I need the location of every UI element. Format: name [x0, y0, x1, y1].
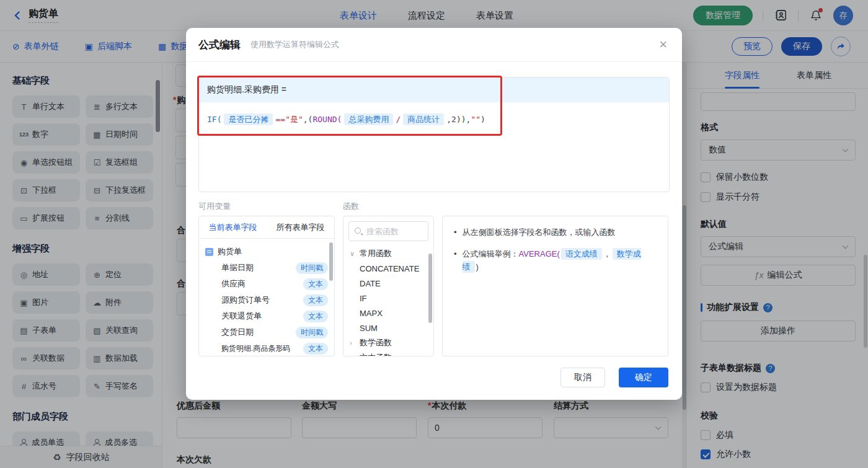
function-search[interactable]: [348, 221, 428, 241]
function-item[interactable]: SUM: [343, 320, 433, 335]
modal-subtitle: 使用数学运算符编辑公式: [250, 39, 339, 50]
tips-panel: 从左侧面板选择字段名和函数，或输入函数 公式编辑举例：AVERAGE(语文成绩，…: [442, 216, 668, 356]
function-group-math[interactable]: ›数学函数: [343, 335, 433, 350]
field-chip[interactable]: 是否已分摊: [224, 113, 273, 125]
function-group-text[interactable]: ›文本函数: [343, 350, 433, 356]
modal-footer: 取消 确定: [560, 368, 668, 387]
variables-tree: 购货单 单据日期时间戳 供应商文本 源购货订单号文本 关联退货单文本 交货日期时…: [199, 239, 334, 356]
round-function: ROUND(: [312, 115, 342, 124]
field-chip[interactable]: 商品统计: [403, 113, 444, 125]
caret-right-icon: ›: [350, 354, 356, 356]
function-search-input[interactable]: [366, 227, 422, 236]
if-keyword: IF(: [207, 115, 221, 124]
cancel-button[interactable]: 取消: [560, 368, 605, 387]
formula-editor[interactable]: 购货明细.采购费用 = IF(是否已分摊=="是",(ROUND(总采购费用/商…: [198, 77, 670, 192]
type-badge: 文本: [303, 278, 328, 290]
function-item[interactable]: IF: [343, 291, 433, 306]
tip-line: 从左侧面板选择字段名和函数，或输入函数: [454, 226, 657, 239]
function-item[interactable]: CONCATENATE: [343, 261, 433, 276]
type-badge: 文本: [303, 311, 328, 322]
variable-item[interactable]: 源购货订单号文本: [205, 292, 329, 308]
variable-item[interactable]: 交货日期时间戳: [205, 324, 329, 340]
app-root: 购货单 表单设计 流程设定 表单设置 数据管理 存 ⊘ 表单外链 ▣: [0, 0, 868, 468]
variable-item[interactable]: 关联退货单文本: [205, 308, 329, 324]
variables-root-form[interactable]: 购货单: [205, 244, 329, 260]
type-badge: 文本: [303, 343, 328, 355]
functions-panel: ∨常用函数 CONCATENATE DATE IF MAPX SUM ›数学函数…: [343, 216, 434, 356]
tab-current-form-fields[interactable]: 当前表单字段: [199, 216, 267, 238]
variable-item[interactable]: 单据日期时间戳: [205, 260, 329, 276]
variable-item[interactable]: 供应商文本: [205, 276, 329, 292]
function-group-common[interactable]: ∨常用函数: [343, 246, 433, 261]
caret-right-icon: ›: [350, 339, 356, 347]
variables-scrollbar[interactable]: [329, 242, 333, 281]
variables-tabs: 当前表单字段 所有表单字段: [199, 216, 334, 239]
modal-title: 公式编辑: [198, 38, 241, 52]
confirm-button[interactable]: 确定: [619, 368, 668, 387]
type-badge: 时间戳: [296, 262, 328, 274]
formula-expression[interactable]: IF(是否已分摊=="是",(ROUND(总采购费用/商品统计,2)),""): [199, 102, 669, 137]
search-icon: [354, 227, 363, 236]
variables-panel: 当前表单字段 所有表单字段 购货单 单据日期时间戳 供应商文本 源购货订单号文本…: [198, 216, 335, 356]
close-icon[interactable]: ×: [659, 38, 667, 51]
formula-editor-modal: 公式编辑 使用数学运算符编辑公式 × 购货明细.采购费用 = IF(是否已分摊=…: [186, 28, 682, 400]
tip-example-line: 公式编辑举例：AVERAGE(语文成绩，数学成绩): [454, 248, 657, 274]
functions-caption: 函数: [343, 201, 359, 212]
variables-caption: 可用变量: [198, 201, 231, 212]
type-badge: 时间戳: [296, 327, 328, 338]
type-badge: 文本: [303, 294, 328, 306]
caret-down-icon: ∨: [350, 250, 356, 258]
form-doc-icon: [205, 248, 213, 256]
function-item[interactable]: DATE: [343, 276, 433, 291]
field-chip[interactable]: 总采购费用: [344, 113, 393, 125]
average-function: AVERAGE(: [519, 249, 560, 258]
modal-header: 公式编辑 使用数学运算符编辑公式 ×: [186, 28, 682, 62]
formula-target-line: 购货明细.采购费用 =: [199, 77, 669, 102]
tab-all-form-fields[interactable]: 所有表单字段: [267, 216, 334, 238]
example-chip: 语文成绩: [561, 248, 602, 260]
functions-scrollbar[interactable]: [428, 254, 432, 323]
function-item[interactable]: MAPX: [343, 306, 433, 320]
variable-item[interactable]: 购货明细.商品条形码文本: [205, 340, 329, 356]
